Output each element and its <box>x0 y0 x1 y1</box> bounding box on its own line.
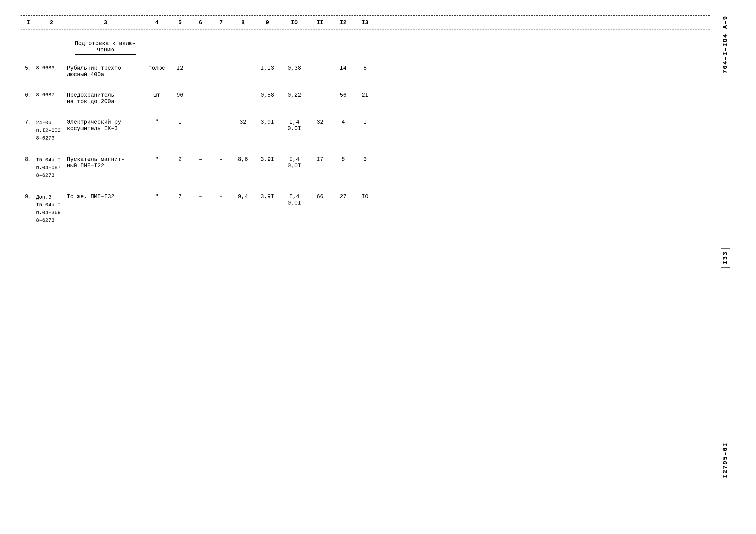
section-title: Подготовка к вклю- чению <box>67 40 144 55</box>
cell-row7-c12: 4 <box>332 119 355 125</box>
cell-row5-desc2: люсный 400а <box>67 71 144 78</box>
cell-row7-c6: – <box>190 119 211 125</box>
cell-row8-c11: I7 <box>309 156 332 163</box>
table-row-8: 8. I5–04ч.I п.04–087 8–6273 Пускатель ма… <box>20 156 710 179</box>
cell-row8-unit: " <box>144 156 170 163</box>
section-title-line2: чению <box>75 47 136 53</box>
page-container: I 2 3 4 5 6 7 8 9 IO II I2 I3 Подготовка… <box>20 15 736 478</box>
cell-row6-c5: 96 <box>170 92 190 98</box>
cell-row6-code: 8–6687 <box>36 92 67 98</box>
cell-row8-c7: – <box>211 156 231 163</box>
cell-row9-unit: " <box>144 194 170 200</box>
table-row-5: 5. 8–6683 Рубильник трехпо- люсный 400а … <box>20 65 710 78</box>
cell-row8-desc2: ный ПМЕ–I22 <box>67 163 144 169</box>
cell-row6-desc2: на ток до 200а <box>67 98 144 105</box>
cell-row5-c7: – <box>211 65 231 71</box>
cell-row6-desc: Предохранитель на ток до 200а <box>67 92 144 105</box>
cell-row7-c11: 32 <box>309 119 332 125</box>
cell-row7-c7: – <box>211 119 231 125</box>
right-label-top: 704–I–IO4 А–9 <box>722 15 729 89</box>
cell-row9-c5: 7 <box>170 194 190 200</box>
cell-row8-c9: 3,9I <box>255 156 280 163</box>
cell-row7-c8: 32 <box>231 119 255 125</box>
col-header-7: 7 <box>211 19 231 26</box>
cell-row9-c8: 9,4 <box>231 194 255 200</box>
cell-row5-c11: – <box>309 65 332 71</box>
cell-row7-desc1: Электрический ру- <box>67 119 144 125</box>
cell-row5-unit: полюс <box>144 65 170 71</box>
cell-row5-c12: I4 <box>332 65 355 71</box>
cell-row6-c13: 2I <box>355 92 375 98</box>
cell-row8-desc: Пускатель магнит- ный ПМЕ–I22 <box>67 156 144 169</box>
cell-row5-c8: – <box>231 65 255 71</box>
right-label-middle: I33 <box>721 248 730 268</box>
cell-row6-c10: 0,22 <box>280 92 309 98</box>
cell-row7-unit: " <box>144 119 170 125</box>
col-header-11: II <box>309 19 332 26</box>
right-labels: 704–I–IO4 А–9 I33 I2795–0I <box>710 15 736 478</box>
col-header-3: 3 <box>67 19 144 26</box>
cell-row7-c5: I <box>170 119 190 125</box>
cell-row8-c6: – <box>190 156 211 163</box>
cell-row7-code: 24–06 п.I2–OI3 8–6273 <box>36 119 67 142</box>
cell-row5-num: 5. <box>20 65 36 71</box>
cell-row5-c9: I,I3 <box>255 65 280 71</box>
cell-row7-desc2: косушитель ЕК–3 <box>67 125 144 132</box>
cell-row8-num: 8. <box>20 156 36 163</box>
main-content: I 2 3 4 5 6 7 8 9 IO II I2 I3 Подготовка… <box>20 15 710 478</box>
cell-row8-desc1: Пускатель магнит- <box>67 156 144 163</box>
cell-row9-c9: 3,9I <box>255 194 280 200</box>
col-header-12: I2 <box>332 19 355 26</box>
cell-row9-c10: I,4 0,0I <box>280 194 309 206</box>
right-label-bottom: I2795–0I <box>722 427 729 478</box>
cell-row8-c8: 8,6 <box>231 156 255 163</box>
cell-row5-desc: Рубильник трехпо- люсный 400а <box>67 65 144 78</box>
cell-row8-c12: 8 <box>332 156 355 163</box>
cell-row6-unit: шт <box>144 92 170 98</box>
col-header-4: 4 <box>144 19 170 26</box>
col-header-10: IO <box>280 19 309 26</box>
col-header-8: 8 <box>231 19 255 26</box>
cell-row7-c13: I <box>355 119 375 125</box>
cell-row5-desc1: Рубильник трехпо- <box>67 65 144 71</box>
col-header-13: I3 <box>355 19 375 26</box>
col-header-9: 9 <box>255 19 280 26</box>
cell-row8-c10: I,4 0,0I <box>280 156 309 169</box>
col-header-2: 2 <box>36 19 67 26</box>
cell-row5-c13: 5 <box>355 65 375 71</box>
cell-row9-c13: IO <box>355 194 375 200</box>
cell-row6-c8: – <box>231 92 255 98</box>
col-header-5: 5 <box>170 19 190 26</box>
cell-row5-c6: – <box>190 65 211 71</box>
cell-row5-code: 8–6683 <box>36 65 67 71</box>
cell-row7-num: 7. <box>20 119 36 125</box>
section-title-line1: Подготовка к вклю- <box>75 40 136 47</box>
cell-row6-c9: 0,58 <box>255 92 280 98</box>
cell-row6-c12: 56 <box>332 92 355 98</box>
cell-row6-desc1: Предохранитель <box>67 92 144 98</box>
cell-row9-c7: – <box>211 194 231 200</box>
cell-row9-desc1: То же, ПМЕ–I32 <box>67 194 144 200</box>
cell-row8-code: I5–04ч.I п.04–087 8–6273 <box>36 156 67 179</box>
cell-row6-num: 6. <box>20 92 36 98</box>
table-row-7: 7. 24–06 п.I2–OI3 8–6273 Электрический р… <box>20 119 710 142</box>
table-row-9: 9. Доп.3 I5–04ч.I п.04–369 8–6273 То же,… <box>20 194 710 224</box>
table-row-6: 6. 8–6687 Предохранитель на ток до 200а … <box>20 92 710 105</box>
cell-row6-c7: – <box>211 92 231 98</box>
cell-row8-c5: 2 <box>170 156 190 163</box>
cell-row8-c13: 3 <box>355 156 375 163</box>
cell-row6-c11: – <box>309 92 332 98</box>
cell-row7-desc: Электрический ру- косушитель ЕК–3 <box>67 119 144 132</box>
cell-row9-c12: 27 <box>332 194 355 200</box>
cell-row7-c9: 3,9I <box>255 119 280 125</box>
cell-row6-c6: – <box>190 92 211 98</box>
cell-row9-num: 9. <box>20 194 36 200</box>
cell-row9-c6: – <box>190 194 211 200</box>
cell-row9-code: Доп.3 I5–04ч.I п.04–369 8–6273 <box>36 194 67 224</box>
cell-row5-c10: 0,38 <box>280 65 309 71</box>
col-header-1: I <box>20 19 36 26</box>
cell-row5-c5: I2 <box>170 65 190 71</box>
col-header-6: 6 <box>190 19 211 26</box>
cell-row9-c11: 66 <box>309 194 332 200</box>
cell-row7-c10: I,4 0,0I <box>280 119 309 132</box>
